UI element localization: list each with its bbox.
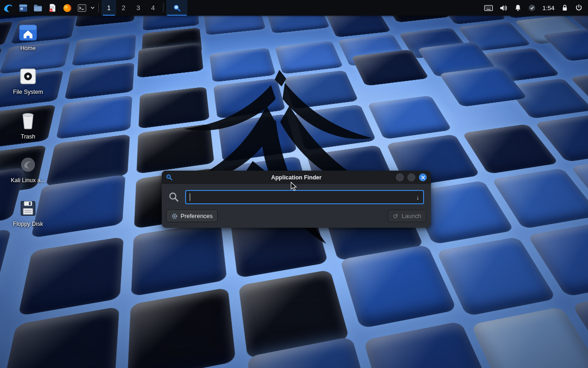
desktop-icon-label: Trash (21, 133, 35, 140)
workspace-button[interactable]: 4 (146, 0, 160, 16)
workspace-label: 3 (136, 4, 140, 12)
system-tray: 1:54 (484, 0, 585, 16)
desktop-icon-trash[interactable]: Trash (7, 111, 49, 140)
keyboard-indicator-icon[interactable] (484, 5, 493, 11)
bell-glyph (514, 4, 521, 12)
dropdown-arrow-icon[interactable]: ↓ (413, 194, 419, 201)
workspace-label: 1 (107, 4, 111, 12)
launch-label: Launch (401, 213, 421, 219)
kali-docs-icon (19, 156, 37, 173)
terminal-dropdown-button[interactable] (89, 0, 96, 16)
launch-icon (393, 213, 399, 219)
text-caret (190, 193, 190, 201)
close-icon (421, 176, 425, 179)
desktop-icon-home[interactable]: Home (7, 24, 49, 52)
clock[interactable]: 1:54 (543, 5, 554, 12)
power-glyph (575, 4, 582, 12)
lock-icon[interactable] (561, 4, 568, 12)
speaker-glyph (500, 5, 508, 12)
desktop-icon-label: Floppy Disk (13, 221, 43, 227)
workspace-label: 2 (122, 4, 125, 12)
preferences-button[interactable]: Preferences (166, 210, 218, 222)
status-indicator-icon[interactable] (528, 4, 536, 12)
kali-menu-icon (3, 2, 14, 13)
folder-launcher[interactable] (30, 0, 45, 16)
minimize-button[interactable] (396, 173, 404, 181)
search-icon (169, 192, 179, 202)
desktop-icon-label: Home (20, 45, 35, 52)
chevron-down-icon (90, 6, 95, 9)
wallpaper-cube (0, 320, 1, 368)
desktop-icon-floppy[interactable]: Floppy Disk (7, 200, 49, 227)
workspace-button[interactable]: 2 (116, 0, 131, 16)
workspace-label: 4 (151, 4, 155, 12)
search-input[interactable] (191, 194, 413, 201)
notifications-bell-icon[interactable] (514, 4, 521, 12)
desktop-icon-label: Kali Linux a... (11, 177, 45, 184)
applications-menu-button[interactable] (1, 0, 16, 16)
padlock-glyph (561, 4, 568, 12)
volume-icon[interactable] (500, 5, 508, 12)
wallpaper-cube (542, 29, 588, 61)
panel-separator (98, 3, 99, 12)
application-finder-window: Application Finder ↓ P (162, 171, 431, 228)
wallpaper-cube (470, 307, 588, 368)
window-controls (396, 173, 427, 181)
desktop-icon-file-system[interactable]: File System (7, 68, 49, 95)
window-search-icon (166, 174, 173, 181)
wallpaper-cube (0, 306, 119, 368)
taskbar-application-finder-button[interactable] (166, 0, 187, 16)
maximize-button[interactable] (407, 173, 415, 181)
desktop-icon-kali-docs[interactable]: Kali Linux a... (7, 156, 49, 184)
text-editor-launcher[interactable] (45, 0, 60, 16)
search-input-wrap[interactable]: ↓ (185, 190, 424, 204)
preferences-label: Preferences (181, 213, 213, 219)
top-panel: 1 2 3 4 (0, 0, 588, 16)
panel-left: 1 2 3 4 (1, 0, 187, 16)
title-bar[interactable]: Application Finder (162, 171, 431, 184)
power-icon[interactable] (575, 4, 582, 12)
application-finder-taskbar-icon (173, 4, 181, 12)
wallpaper-cube (18, 236, 124, 316)
status-glyph (528, 4, 536, 12)
trash-icon (20, 111, 36, 130)
keyboard-glyph (484, 5, 493, 11)
action-row: Preferences Launch (162, 208, 431, 228)
folder-icon (33, 3, 43, 13)
workspace-button[interactable]: 3 (131, 0, 146, 16)
window-title: Application Finder (162, 174, 431, 181)
desktop-icon-list: Home File System Trash Kali Linux a... (7, 24, 49, 227)
home-folder-icon (18, 24, 38, 41)
search-row: ↓ (162, 184, 431, 208)
desktop-icon-label: File System (13, 89, 43, 95)
wallpaper-cube (0, 229, 11, 312)
firefox-icon (62, 3, 72, 13)
text-editor-icon (48, 3, 57, 12)
floppy-icon (19, 200, 37, 217)
panel-separator (163, 3, 164, 12)
filesystem-icon (19, 68, 37, 85)
terminal-icon (77, 3, 87, 13)
terminal-launcher[interactable] (74, 0, 89, 16)
launch-button[interactable]: Launch (388, 210, 426, 222)
firefox-launcher[interactable] (60, 0, 74, 16)
wallpaper-cube (127, 288, 236, 368)
file-manager-icon (18, 3, 28, 13)
gear-icon (171, 213, 178, 219)
close-button[interactable] (419, 173, 427, 181)
workspace-button[interactable]: 1 (102, 0, 116, 16)
file-manager-launcher[interactable] (16, 0, 30, 16)
